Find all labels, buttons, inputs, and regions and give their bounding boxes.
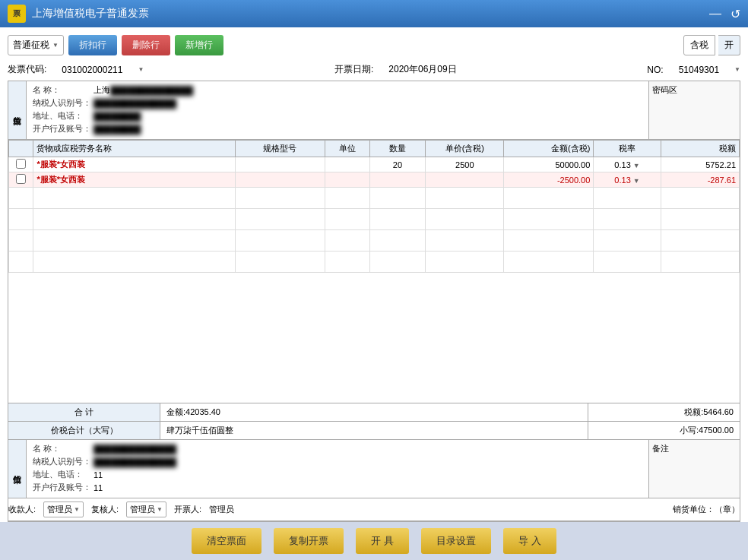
add-row-button[interactable]: 新增行	[175, 35, 223, 55]
seller-name-value: ██████████████	[94, 445, 176, 454]
buyer-address-label: 地址、电话：	[33, 110, 94, 122]
title-bar: 票 上海增值税电子普通发票 — ↺	[0, 0, 748, 27]
col-price: 单价(含税)	[426, 141, 504, 157]
table-row-empty-2	[9, 209, 740, 230]
subtotal-label: 价税合计（大写）	[8, 422, 160, 439]
seller-taxid-row: 纳税人识别号： ██████████████	[33, 456, 642, 467]
date-value: 2020年06月09日	[388, 63, 456, 76]
action-bar: 清空票面 复制开票 开 具 目录设置 导 入	[0, 522, 748, 560]
col-unit: 单位	[325, 141, 369, 157]
reviewer-dropdown-icon: ▼	[157, 506, 163, 513]
item-qty	[369, 172, 426, 188]
total-amount: 金额:42035.40	[160, 403, 588, 421]
buyer-taxid-value: ██████████████	[94, 99, 176, 108]
seller-address-value: 11	[94, 470, 103, 479]
delete-row-button[interactable]: 删除行	[122, 35, 170, 55]
tax-type-select[interactable]: 普通征税 ▼	[8, 35, 64, 55]
item-tax: -287.61	[661, 172, 739, 188]
table-header-row: 货物或应税劳务名称 规格型号 单位 数量 单价(含税) 金额(含税) 税率 税额	[9, 141, 740, 157]
item-name: *服装*女西装	[33, 157, 235, 172]
table-row[interactable]: *服装*女西装 20 2500 50000.00 0.13 ▼ 5752.21	[9, 157, 740, 172]
col-spec: 规格型号	[235, 141, 325, 157]
invoice-table: 货物或应税劳务名称 规格型号 单位 数量 单价(含税) 金额(含税) 税率 税额…	[8, 140, 740, 273]
buyer-taxid-row: 纳税人识别号： ██████████████	[33, 97, 642, 109]
total-row: 合 计 金额:42035.40 税额:5464.60	[8, 403, 740, 422]
payee-dropdown-icon: ▼	[74, 506, 80, 513]
seller-bank-value: 11	[94, 483, 103, 492]
buyer-bank-row: 开户行及账号： ████████	[33, 123, 642, 134]
item-spec	[235, 172, 325, 188]
buyer-name-value: 上海	[94, 84, 110, 96]
issue-button[interactable]: 开 具	[356, 528, 409, 554]
table-row-empty	[9, 188, 740, 209]
tax-label: 含税	[683, 35, 715, 55]
window-controls[interactable]: — ↺	[709, 7, 740, 21]
col-amount: 金额(含税)	[504, 141, 594, 157]
toolbar: 普通征税 ▼ 折扣行 删除行 新增行 含税 开	[8, 35, 740, 55]
clear-button[interactable]: 清空票面	[192, 528, 261, 554]
seller-address-label: 地址、电话：	[33, 469, 94, 480]
no-value: 51049301	[679, 65, 719, 75]
col-checkbox	[9, 141, 33, 157]
app-title: 上海增值税电子普通发票	[32, 7, 709, 21]
buyer-name-row: 名 称： 上海 ██████████████	[33, 84, 642, 96]
col-tax: 税额	[661, 141, 739, 157]
table-section: 货物或应税劳务名称 规格型号 单位 数量 单价(含税) 金额(含税) 税率 税额…	[8, 140, 740, 403]
secret-section: 密码区	[648, 81, 740, 139]
discount-row-button[interactable]: 折扣行	[68, 35, 117, 55]
date-label: 开票日期:	[334, 63, 373, 76]
reviewer-value: 管理员	[130, 504, 155, 515]
payee-select[interactable]: 管理员 ▼	[43, 501, 84, 517]
code-dropdown-icon[interactable]: ▼	[138, 66, 144, 73]
invoice-header: 发票代码: 031002000211 ▼ 开票日期: 2020年06月09日 N…	[8, 63, 740, 76]
item-rate: 0.13 ▼	[594, 172, 661, 188]
payee-label: 收款人:	[8, 504, 36, 515]
code-value: 031002000211	[62, 65, 122, 75]
seller-name-label: 名 称：	[33, 443, 94, 454]
seller-bank-row: 开户行及账号： 11	[33, 482, 642, 493]
buyer-bank-value: ████████	[94, 125, 141, 134]
seller-taxid-label: 纳税人识别号：	[33, 456, 94, 467]
buyer-bank-label: 开户行及账号：	[33, 123, 94, 134]
row-checkbox[interactable]	[16, 174, 26, 184]
table-row[interactable]: *服装*女西装 -2500.00 0.13 ▼ -287.61	[9, 172, 740, 188]
item-spec	[235, 157, 325, 172]
close-button[interactable]: ↺	[731, 7, 740, 21]
subtotal-text: 肆万柒千伍佰圆整	[160, 422, 588, 439]
catalog-button[interactable]: 目录设置	[421, 528, 491, 554]
seller-fields: 名 称： ██████████████ 纳税人识别号： ████████████…	[27, 440, 648, 498]
item-unit	[325, 157, 369, 172]
seller-section: 销货单位 名 称： ██████████████ 纳税人识别号： ███████…	[8, 440, 740, 498]
row-checkbox[interactable]	[16, 159, 26, 169]
reviewer-label: 复核人:	[91, 504, 119, 515]
invoice-form: 购货单位 名 称： 上海 ██████████████ 纳税人识别号： ████…	[8, 81, 740, 522]
seller-bank-label: 开户行及账号：	[33, 482, 94, 493]
minimize-button[interactable]: —	[709, 7, 721, 21]
buyer-address-row: 地址、电话： ████████	[33, 110, 642, 122]
copy-button[interactable]: 复制开票	[274, 528, 344, 554]
buyer-section-label: 购货单位	[8, 81, 27, 139]
item-rate: 0.13 ▼	[594, 157, 661, 172]
import-button[interactable]: 导 入	[503, 528, 556, 554]
item-unit	[325, 172, 369, 188]
unit-label: 销货单位：（章）	[673, 504, 740, 515]
code-label: 发票代码:	[8, 63, 46, 76]
item-qty: 20	[369, 157, 426, 172]
remark-section: 备注	[648, 440, 740, 498]
subtotal-small: 小写:47500.00	[588, 422, 740, 439]
buyer-fields: 名 称： 上海 ██████████████ 纳税人识别号： █████████…	[27, 81, 648, 139]
total-label: 合 计	[8, 403, 160, 421]
item-price	[426, 172, 504, 188]
item-amount: -2500.00	[504, 172, 594, 188]
seller-address-row: 地址、电话： 11	[33, 469, 642, 480]
buyer-taxid-label: 纳税人识别号：	[33, 97, 94, 109]
no-label: NO:	[647, 65, 663, 75]
no-dropdown-icon[interactable]: ▼	[734, 66, 740, 73]
tax-value[interactable]: 开	[718, 35, 740, 55]
main-content: 普通征税 ▼ 折扣行 删除行 新增行 含税 开 发票代码: 0310020002…	[0, 27, 748, 560]
col-qty: 数量	[369, 141, 426, 157]
seller-taxid-value: ██████████████	[94, 457, 176, 467]
reviewer-select[interactable]: 管理员 ▼	[126, 501, 166, 517]
secret-label: 密码区	[652, 85, 677, 94]
item-name: *服装*女西装	[33, 172, 235, 188]
